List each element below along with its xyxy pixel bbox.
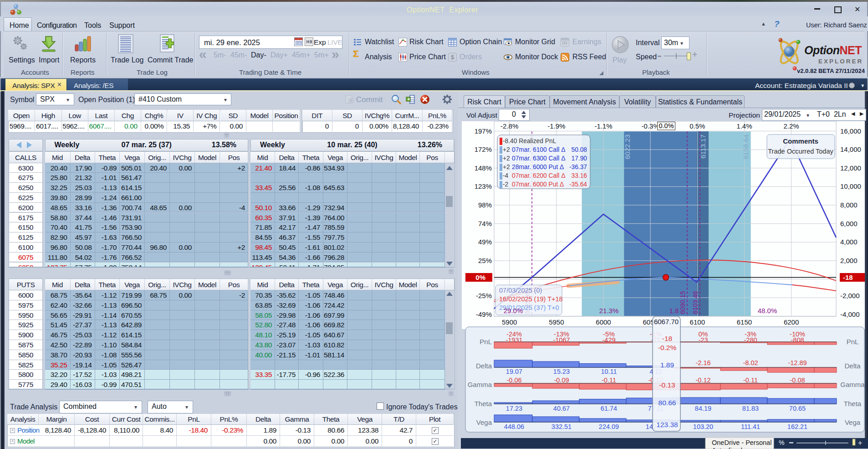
svg-text:-8.02: -8.02 [743,359,758,366]
svg-text:07mar. 6200 Call Δ: 07mar. 6200 Call Δ [512,172,565,179]
svg-text:6113.17: 6113.17 [699,134,707,159]
svg-text:-0.13: -0.13 [659,381,675,389]
svg-text:33.16: 33.16 [571,172,587,179]
svg-text:29.0%: 29.0% [504,307,523,315]
svg-text:2,000: 2,000 [840,257,858,264]
svg-text:448.06: 448.06 [504,423,524,430]
svg-text:6150: 6150 [737,318,752,326]
svg-text:Gamma: Gamma [840,381,865,388]
svg-text:0%: 0% [475,274,485,281]
svg-text:-25%: -25% [476,292,492,299]
svg-text:2.2%: 2.2% [783,122,799,130]
svg-text:6090.15: 6090.15 [679,291,686,314]
svg-text:28mar. 6000 Put Δ: 28mar. 6000 Put Δ [512,164,564,170]
svg-text:07mar. 6000 Put Δ: 07mar. 6000 Put Δ [512,181,564,188]
svg-text:-1.9%: -1.9% [547,122,565,130]
svg-text:6200: 6200 [784,318,799,326]
svg-text:10,000: 10,000 [840,182,861,190]
svg-text:98%: 98% [478,201,492,209]
svg-text:17.90: 17.90 [571,155,587,162]
svg-text:-0.3%: -0.3% [642,122,659,130]
svg-text:224.09: 224.09 [599,423,619,430]
svg-text:1.8: 1.8 [669,307,679,315]
svg-text:172%: 172% [475,145,492,153]
svg-text:Actualizado: Actualizado [712,447,746,449]
svg-text:-4: -4 [503,172,509,179]
svg-text:-0.12: -0.12 [695,377,710,384]
svg-text:84.19: 84.19 [695,405,711,412]
svg-text:-280: -280 [744,336,757,344]
svg-text:Delta: Delta [476,362,492,370]
svg-text:Trade Occurred Today: Trade Occurred Today [768,148,833,155]
svg-text:-18: -18 [843,274,853,281]
svg-text:07/03/2025 (0): 07/03/2025 (0) [499,287,542,294]
svg-text:4,000: 4,000 [840,238,858,246]
svg-text:40.67: 40.67 [553,405,570,412]
svg-text:10.11: 10.11 [601,368,617,375]
svg-text:123%: 123% [475,182,492,190]
svg-text:-35.64: -35.64 [569,181,587,188]
svg-text:-12.89: -12.89 [788,359,807,366]
svg-text:PnL: PnL [480,338,492,346]
svg-text:Gamma: Gamma [468,381,492,388]
svg-text:5950: 5950 [549,318,564,326]
svg-text:-2.8%: -2.8% [500,122,518,130]
svg-text:-18: -18 [662,335,672,342]
svg-text:6103.46: 6103.46 [692,291,699,314]
svg-text:-2: -2 [503,181,508,188]
svg-text:-36.37: -36.37 [569,164,587,170]
svg-text:-429: -429 [602,336,615,344]
svg-text:-2,000: -2,000 [840,292,860,299]
svg-text:+: + [858,439,862,447]
svg-text:-0.11: -0.11 [602,377,616,384]
svg-text:197%: 197% [475,127,492,135]
svg-text:123.38: 123.38 [656,421,678,428]
svg-text:19.07: 19.07 [506,368,522,375]
svg-text:25%: 25% [478,257,492,264]
svg-text:+2: +2 [503,146,510,153]
svg-text:1.4%: 1.4% [736,122,752,130]
svg-text:103.20: 103.20 [693,423,713,430]
svg-text:148%: 148% [475,164,492,172]
svg-text:Comments: Comments [783,137,818,145]
svg-text:332.51: 332.51 [551,423,572,430]
svg-text:6022.23: 6022.23 [623,134,631,159]
svg-text:61.74: 61.74 [601,405,617,412]
svg-text:15.23: 15.23 [553,368,570,375]
svg-text:07mar. 6100 Call Δ: 07mar. 6100 Call Δ [512,146,565,153]
svg-text:OneDrive - Personal: OneDrive - Personal [712,439,771,446]
svg-text:$: $ [451,54,454,61]
svg-text:1.89: 1.89 [660,361,674,369]
svg-text:+2: +2 [503,155,510,162]
svg-text:81.83: 81.83 [742,405,759,412]
svg-text:6158.64: 6158.64 [742,134,750,159]
svg-text:49%: 49% [478,238,492,246]
svg-text:PnL: PnL [847,338,859,346]
svg-text:-0.2%: -0.2% [658,344,677,351]
svg-text:07mar. 6300 Call Δ: 07mar. 6300 Call Δ [512,155,565,162]
svg-text:%: % [779,439,784,446]
svg-text:50.08: 50.08 [571,146,587,153]
svg-text:-0.11: -0.11 [743,377,758,384]
svg-text:-23: -23 [699,336,708,344]
svg-text:-1931: -1931 [505,336,522,344]
svg-text:5900: 5900 [502,318,517,326]
svg-text:21.3%: 21.3% [599,307,619,315]
svg-text:6000: 6000 [596,318,611,326]
svg-text:-1.1%: -1.1% [594,122,612,130]
svg-text:14,000: 14,000 [840,145,861,153]
svg-text:6067.70: 6067.70 [654,318,679,325]
svg-text:111.41: 111.41 [741,423,760,430]
svg-text:8,000: 8,000 [840,201,858,209]
svg-text:70.65: 70.65 [789,405,806,412]
svg-text:74%: 74% [478,220,492,227]
svg-text:-2.16: -2.16 [695,359,710,366]
svg-text:Vega: Vega [476,418,492,426]
svg-text:Theta: Theta [475,400,492,408]
svg-text:-1067: -1067 [553,336,570,344]
svg-text:48.0%: 48.0% [758,307,777,315]
svg-text:0.5%: 0.5% [689,122,705,130]
svg-text:-0.09: -0.09 [554,377,569,384]
svg-text:-49%: -49% [476,310,492,318]
svg-text:0.0%: 0.0% [659,122,674,129]
